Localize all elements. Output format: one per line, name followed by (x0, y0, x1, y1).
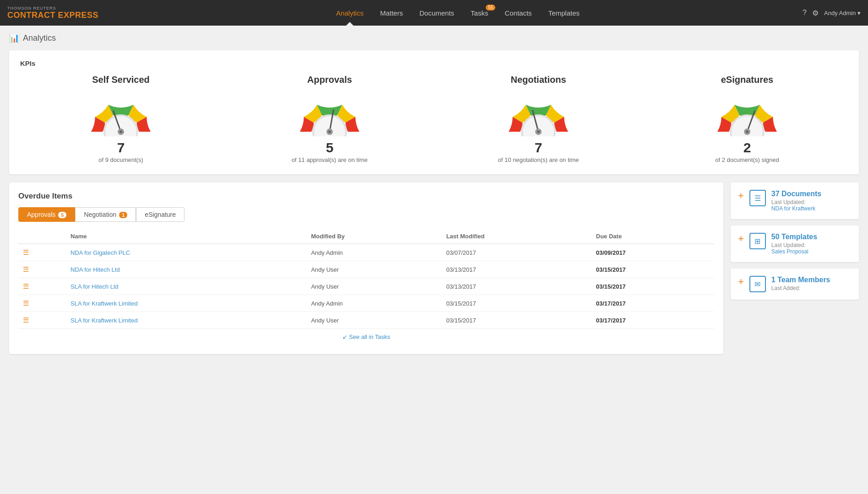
row-last-modified: 03/15/2017 (442, 312, 591, 329)
kpi-label: Self Serviced (20, 75, 222, 85)
col-header (18, 229, 66, 244)
nav-link-matters[interactable]: Matters (372, 0, 411, 26)
row-icon: ☰ (18, 261, 66, 278)
kpi-desc: of 11 approval(s) are on time (229, 156, 430, 163)
add-icon-2[interactable]: + (738, 277, 744, 287)
add-icon-0[interactable]: + (738, 191, 744, 201)
kpi-item-3: eSignatures 2 of 2 document(s) signed (646, 75, 848, 163)
col-header: Last Modified (442, 229, 591, 244)
settings-icon[interactable]: ⚙ (812, 9, 819, 17)
kpi-value: 2 (646, 140, 848, 156)
kpi-grid: Self Serviced 7 of 9 document(s) Approva… (20, 75, 848, 163)
help-icon[interactable]: ? (803, 9, 807, 17)
row-due-date: 03/17/2017 (591, 295, 714, 312)
kpi-value: 5 (229, 140, 430, 156)
sidebar-item-1: + ⊞ 50 Templates Last Updated: Sales Pro… (731, 226, 859, 262)
page-title: Analytics (23, 33, 56, 43)
gauge-svg (711, 91, 784, 136)
bottom-row: Overdue Items Approvals5Negotiation1eSig… (9, 183, 859, 354)
row-name[interactable]: NDA for Gigatech PLC (66, 244, 306, 261)
table-row: ☰ SLA for Hitech Ltd Andy User 03/13/201… (18, 278, 714, 295)
add-icon-1[interactable]: + (738, 234, 744, 244)
table-row: ☰ SLA for Kraftwerk Limited Andy Admin 0… (18, 295, 714, 312)
tab-approvals[interactable]: Approvals5 (18, 207, 75, 222)
kpi-item-2: Negotiations 7 of 10 negotation(s) are o… (438, 75, 639, 163)
svg-point-19 (746, 130, 749, 133)
row-modified-by: Andy Admin (306, 244, 441, 261)
kpi-desc: of 2 document(s) signed (646, 156, 848, 163)
kpi-item-1: Approvals 5 of 11 approval(s) are on tim… (229, 75, 430, 163)
svg-point-9 (328, 130, 331, 133)
nav-link-documents[interactable]: Documents (411, 0, 462, 26)
sidebar: + ☰ 37 Documents Last Updated: NDA for K… (731, 183, 859, 354)
doc-link[interactable]: SLA for Hitech Ltd (71, 283, 119, 290)
sidebar-last-link-1[interactable]: Sales Proposal (771, 248, 852, 255)
col-header: Modified By (306, 229, 441, 244)
nav-link-templates[interactable]: Templates (540, 0, 588, 26)
brand-main: CONTRACT EXPRESS (7, 11, 98, 20)
sidebar-item-0: + ☰ 37 Documents Last Updated: NDA for K… (731, 183, 859, 219)
overdue-title: Overdue Items (18, 192, 714, 201)
analytics-icon: 📊 (9, 33, 19, 43)
row-name[interactable]: NDA for Hitech Ltd (66, 261, 306, 278)
nav-link-analytics[interactable]: Analytics (328, 0, 372, 26)
overdue-table: NameModified ByLast ModifiedDue Date ☰ N… (18, 229, 714, 329)
doc-link[interactable]: NDA for Hitech Ltd (71, 266, 120, 273)
row-last-modified: 03/07/2017 (442, 244, 591, 261)
row-icon: ☰ (18, 295, 66, 312)
row-name[interactable]: SLA for Kraftwerk Limited (66, 295, 306, 312)
sidebar-last-link-0[interactable]: NDA for Kraftwerk (771, 205, 852, 212)
kpi-label: eSignatures (646, 75, 848, 85)
kpi-item-0: Self Serviced 7 of 9 document(s) (20, 75, 222, 163)
tab-esignature[interactable]: eSignature (136, 207, 184, 222)
row-due-date: 03/17/2017 (591, 312, 714, 329)
row-name[interactable]: SLA for Hitech Ltd (66, 278, 306, 295)
sidebar-icon-2: ✉ (749, 276, 766, 292)
nav-links: AnalyticsMattersDocumentsTasks55Contacts… (113, 0, 803, 26)
tab-negotiation[interactable]: Negotiation1 (75, 207, 136, 222)
row-name[interactable]: SLA for Kraftwerk Limited (66, 312, 306, 329)
nav-right: ? ⚙ Andy Admin ▾ (803, 9, 861, 17)
col-header: Due Date (591, 229, 714, 244)
table-row: ☰ NDA for Hitech Ltd Andy User 03/13/201… (18, 261, 714, 278)
row-icon: ☰ (18, 244, 66, 261)
row-due-date: 03/15/2017 (591, 261, 714, 278)
svg-point-4 (119, 130, 122, 133)
row-last-modified: 03/13/2017 (442, 261, 591, 278)
row-modified-by: Andy User (306, 261, 441, 278)
document-icon: ☰ (23, 299, 29, 307)
row-due-date: 03/09/2017 (591, 244, 714, 261)
sidebar-count-0[interactable]: 37 Documents (771, 190, 852, 198)
doc-link[interactable]: NDA for Gigatech PLC (71, 249, 130, 256)
kpi-value: 7 (438, 140, 639, 156)
sidebar-count-1[interactable]: 50 Templates (771, 233, 852, 241)
row-due-date: 03/15/2017 (591, 278, 714, 295)
document-icon: ☰ (23, 248, 29, 256)
kpi-card: KPIs Self Serviced 7 of 9 document(s) Ap… (9, 50, 859, 174)
doc-link[interactable]: SLA for Kraftwerk Limited (71, 300, 138, 307)
row-modified-by: Andy User (306, 312, 441, 329)
brand-top: THOMSON REUTERS (7, 6, 98, 11)
sidebar-count-2[interactable]: 1 Team Members (771, 276, 852, 284)
svg-point-14 (537, 130, 540, 133)
see-all-link[interactable]: ↙ See all in Tasks (18, 329, 714, 345)
nav-link-tasks[interactable]: Tasks55 (462, 0, 496, 26)
row-last-modified: 03/13/2017 (442, 278, 591, 295)
sidebar-last-label-1: Last Updated: (771, 242, 852, 248)
kpi-label: Approvals (229, 75, 430, 85)
document-icon: ☰ (23, 282, 29, 290)
doc-link[interactable]: SLA for Kraftwerk Limited (71, 317, 138, 324)
sidebar-last-label-0: Last Updated: (771, 199, 852, 205)
document-icon: ☰ (23, 316, 29, 324)
kpi-desc: of 9 document(s) (20, 156, 222, 163)
row-icon: ☰ (18, 278, 66, 295)
user-menu[interactable]: Andy Admin ▾ (824, 10, 861, 16)
document-icon: ☰ (23, 265, 29, 273)
gauge-wrap (229, 91, 430, 136)
row-last-modified: 03/15/2017 (442, 295, 591, 312)
nav-link-contacts[interactable]: Contacts (496, 0, 540, 26)
kpi-value: 7 (20, 140, 222, 156)
kpi-desc: of 10 negotation(s) are on time (438, 156, 639, 163)
overdue-card: Overdue Items Approvals5Negotiation1eSig… (9, 183, 723, 354)
sidebar-icon-0: ☰ (749, 190, 766, 206)
